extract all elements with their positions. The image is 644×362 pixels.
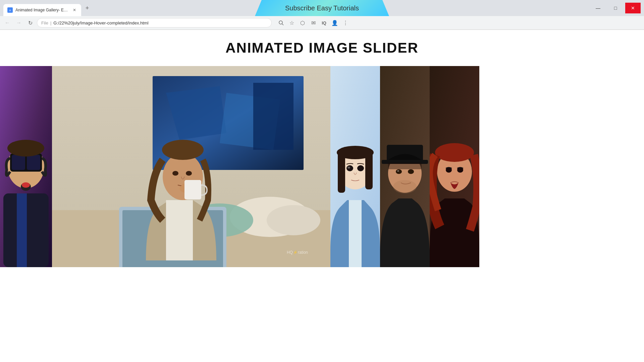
svg-line-3 bbox=[282, 24, 283, 25]
svg-point-21 bbox=[267, 205, 320, 235]
slide-4[interactable] bbox=[380, 66, 430, 267]
browser-addressbar: ← → ↻ File | G:/22%20july/Image-Hover-co… bbox=[0, 16, 644, 29]
svg-rect-48 bbox=[388, 163, 422, 169]
svg-rect-36 bbox=[349, 200, 362, 267]
svg-point-43 bbox=[347, 167, 350, 169]
toolbar-icons: ☆ ⬡ ✉ IQ 👤 ⋮ bbox=[276, 18, 350, 27]
svg-rect-18 bbox=[253, 83, 293, 150]
svg-rect-32 bbox=[184, 180, 201, 199]
slide-3-image bbox=[330, 66, 380, 267]
svg-rect-9 bbox=[12, 155, 25, 170]
window-controls: — □ ✕ bbox=[590, 3, 641, 13]
svg-text:HQ⚡ration: HQ⚡ration bbox=[287, 250, 308, 255]
svg-point-52 bbox=[393, 180, 417, 193]
slide-4-image bbox=[380, 66, 430, 267]
address-text: G:/22%20july/Image-Hover-completed/index… bbox=[53, 20, 148, 25]
svg-rect-27 bbox=[166, 200, 193, 260]
slide-5[interactable] bbox=[430, 66, 479, 267]
svg-point-41 bbox=[346, 165, 353, 171]
svg-point-29 bbox=[162, 140, 204, 160]
svg-point-30 bbox=[172, 171, 178, 176]
image-slider[interactable]: HQ⚡ration HQ⚡ation bbox=[0, 66, 644, 267]
svg-point-12 bbox=[22, 182, 30, 188]
back-button[interactable]: ← bbox=[3, 18, 12, 27]
tab-title: Animated Image Gallery- Easy T... bbox=[15, 8, 69, 12]
svg-point-50 bbox=[408, 169, 414, 174]
svg-point-13 bbox=[7, 140, 44, 157]
browser-titlebar: A Animated Image Gallery- Easy T... ✕ + … bbox=[0, 0, 644, 16]
address-protocol: File bbox=[41, 20, 48, 25]
maximize-button[interactable]: □ bbox=[608, 3, 623, 13]
slide-5-image bbox=[430, 66, 479, 267]
search-icon[interactable] bbox=[276, 18, 286, 27]
svg-rect-39 bbox=[338, 153, 345, 193]
slide-2-image: HQ⚡ration HQ⚡ation bbox=[52, 66, 330, 267]
subscribe-banner: Subscribe Easy Tutorials bbox=[255, 0, 389, 16]
slide-1[interactable] bbox=[0, 66, 52, 267]
svg-point-2 bbox=[279, 21, 282, 24]
page-title: ANIMATED IMAGE SLIDER bbox=[0, 40, 644, 56]
svg-text:A: A bbox=[9, 9, 11, 12]
svg-rect-6 bbox=[17, 193, 27, 267]
svg-point-42 bbox=[357, 165, 364, 171]
address-bar[interactable]: File | G:/22%20july/Image-Hover-complete… bbox=[37, 18, 272, 27]
profile-icon[interactable]: 👤 bbox=[330, 18, 339, 27]
browser-tab[interactable]: A Animated Image Gallery- Easy T... ✕ bbox=[3, 4, 81, 16]
svg-point-31 bbox=[186, 171, 192, 176]
forward-button[interactable]: → bbox=[14, 18, 23, 27]
svg-rect-40 bbox=[365, 153, 373, 189]
slide-3[interactable] bbox=[330, 66, 380, 267]
email-icon[interactable]: ✉ bbox=[309, 18, 318, 27]
browser-chrome: A Animated Image Gallery- Easy T... ✕ + … bbox=[0, 0, 644, 30]
star-icon[interactable]: ☆ bbox=[287, 18, 297, 27]
refresh-button[interactable]: ↻ bbox=[25, 18, 35, 27]
tab-close-button[interactable]: ✕ bbox=[72, 7, 77, 13]
tab-favicon: A bbox=[7, 7, 13, 13]
svg-point-55 bbox=[435, 143, 474, 162]
subscribe-text: Subscribe Easy Tutorials bbox=[285, 4, 359, 12]
new-tab-button[interactable]: + bbox=[83, 3, 92, 13]
close-button[interactable]: ✕ bbox=[625, 3, 641, 13]
slide-2[interactable]: HQ⚡ration HQ⚡ation bbox=[52, 66, 330, 267]
page-content: ANIMATED IMAGE SLIDER bbox=[0, 30, 644, 298]
svg-rect-10 bbox=[27, 155, 40, 170]
menu-icon[interactable]: ⋮ bbox=[341, 18, 350, 27]
slide-1-image bbox=[0, 66, 52, 267]
svg-point-51 bbox=[397, 170, 399, 172]
iq-icon[interactable]: IQ bbox=[319, 18, 329, 27]
minimize-button[interactable]: — bbox=[590, 3, 606, 13]
screenshot-icon[interactable]: ⬡ bbox=[298, 18, 307, 27]
svg-point-49 bbox=[396, 169, 402, 174]
